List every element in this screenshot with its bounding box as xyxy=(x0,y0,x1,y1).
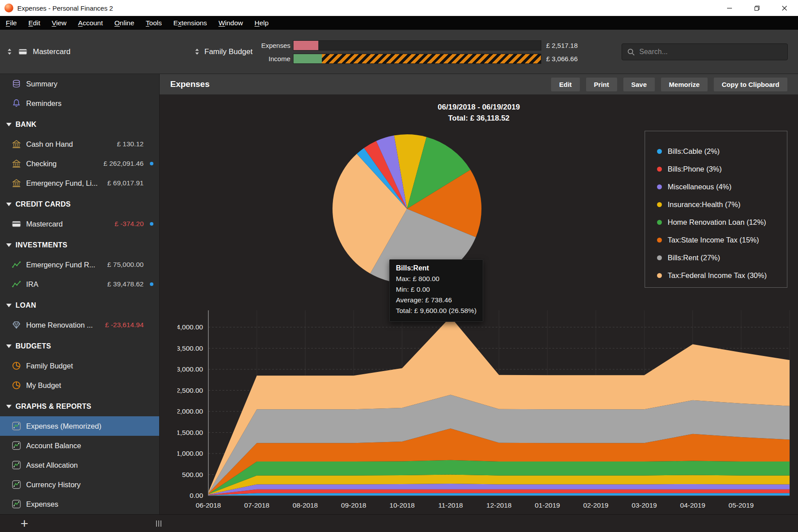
sidebar-item-account-balance[interactable]: Account Balance xyxy=(0,436,159,455)
sidebar-section-loan[interactable]: LOAN xyxy=(0,296,159,315)
report-icon xyxy=(12,499,21,509)
menu-window[interactable]: Window xyxy=(213,16,249,30)
legend-item-bills-phone: Bills:Phone (3%) xyxy=(657,160,787,178)
sidebar-section-graphs-reports[interactable]: GRAPHS & REPORTS xyxy=(0,397,159,416)
sidebar-item-currency-history[interactable]: Currency History xyxy=(0,475,159,494)
sidebar-item-asset-allocation[interactable]: Asset Allocation xyxy=(0,455,159,475)
sidebar-item-emergency-fund-r[interactable]: Emergency Fund R...£ 75,000.00 xyxy=(0,255,159,274)
search-input[interactable] xyxy=(639,48,782,56)
menu-extensions[interactable]: Extensions xyxy=(168,16,213,30)
pie-icon xyxy=(12,380,21,390)
window-title: Expenses - Personal Finances 2 xyxy=(17,4,113,12)
menu-view[interactable]: View xyxy=(46,16,72,30)
sidebar-item-ira[interactable]: IRA£ 39,478.62 xyxy=(0,274,159,294)
menu-edit[interactable]: Edit xyxy=(23,16,46,30)
edit-button[interactable]: Edit xyxy=(551,78,579,91)
account-selector[interactable]: Mastercard xyxy=(6,30,70,74)
x-axis-label: 10-2018 xyxy=(390,501,415,509)
x-axis-label: 08-2018 xyxy=(293,501,318,509)
minimize-button[interactable] xyxy=(716,0,743,16)
legend-color-dot xyxy=(657,202,662,207)
sidebar-item-label: Cash on Hand xyxy=(26,140,112,149)
status-dot xyxy=(149,282,155,286)
sidebar-item-checking[interactable]: Checking£ 262,091.46 xyxy=(0,154,159,173)
sidebar-item-emergency-fund-li[interactable]: Emergency Fund, Li...£ 69,017.91 xyxy=(0,173,159,193)
sidebar-item-label: Summary xyxy=(26,80,139,88)
menu-help[interactable]: Help xyxy=(249,16,274,30)
sidebar-section-budgets[interactable]: BUDGETS xyxy=(0,336,159,356)
sidebar-item-amount: £ 75,000.00 xyxy=(107,261,144,269)
x-axis-label: 12-2018 xyxy=(486,501,512,509)
chart-tooltip: Bills:Rent Max: £ 800.00 Min: £ 0.00 Ave… xyxy=(389,259,483,322)
bottom-bar: + xyxy=(0,514,798,532)
credit-card-icon xyxy=(17,47,29,56)
y-axis-label: 4,000.00 xyxy=(177,323,203,331)
sidebar-item-label: IRA xyxy=(26,280,102,289)
sidebar-item-summary[interactable]: Summary xyxy=(0,74,159,94)
sidebar-item-my-budget[interactable]: My Budget xyxy=(0,376,159,395)
income-remainder-hatch xyxy=(322,54,541,63)
income-progress-fill xyxy=(293,54,322,63)
y-axis-label: 1,500.00 xyxy=(177,429,203,436)
collapse-triangle-icon xyxy=(6,243,12,247)
income-amount: £ 3,066.66 xyxy=(541,55,578,63)
sidebar-section-investments[interactable]: INVESTMENTS xyxy=(0,235,159,255)
expenses-row: Expenses £ 2,517.18 xyxy=(255,40,578,51)
expenses-bar-label: Expenses xyxy=(255,42,290,49)
memorize-button[interactable]: Memorize xyxy=(661,78,708,91)
chart-line-icon xyxy=(12,260,21,270)
expenses-progress-fill xyxy=(293,41,318,50)
sidebar-item-label: Emergency Fund R... xyxy=(26,261,102,269)
search-box[interactable] xyxy=(622,43,788,60)
x-axis-label: 02-2019 xyxy=(583,501,609,509)
sidebar-item-label: Emergency Fund, Li... xyxy=(26,179,102,188)
report-icon xyxy=(12,421,21,431)
report-header: Expenses EditPrintSaveMemorizeCopy to Cl… xyxy=(160,74,798,94)
search-icon xyxy=(627,48,635,56)
sidebar-item-home-renovation[interactable]: Home Renovation ...£ -23,614.94 xyxy=(0,315,159,335)
sidebar-item-cash-on-hand[interactable]: Cash on Hand£ 130.12 xyxy=(0,134,159,154)
sidebar-item-amount: £ -23,614.94 xyxy=(105,321,144,329)
menu-tools[interactable]: Tools xyxy=(140,16,168,30)
save-button[interactable]: Save xyxy=(623,78,655,91)
x-axis-label: 06-2018 xyxy=(196,501,221,509)
copy-to-clipboard-button[interactable]: Copy to Clipboard xyxy=(714,78,787,91)
sidebar-item-label: My Budget xyxy=(26,381,139,390)
maximize-button[interactable] xyxy=(743,0,771,16)
sidebar-item-expenses[interactable]: Expenses xyxy=(0,494,159,514)
area-chart[interactable]: 0.00500.001,000.001,500.002,000.002,500.… xyxy=(177,300,798,513)
x-axis-label: 05-2019 xyxy=(728,501,754,509)
menu-account[interactable]: Account xyxy=(72,16,109,30)
sidebar-item-family-budget[interactable]: Family Budget xyxy=(0,356,159,376)
legend-item-bills-rent: Bills:Rent (27%) xyxy=(657,249,787,266)
add-account-button[interactable]: + xyxy=(15,515,34,532)
sidebar-item-mastercard[interactable]: Mastercard£ -374.20 xyxy=(0,214,159,234)
close-icon xyxy=(782,5,787,11)
tooltip-line-min: Min: £ 0.00 xyxy=(396,284,477,295)
y-axis-label: 500.00 xyxy=(182,471,203,478)
menu-online[interactable]: Online xyxy=(109,16,140,30)
legend-color-dot xyxy=(657,273,662,278)
sidebar-item-label: Asset Allocation xyxy=(26,461,139,469)
budget-selector[interactable]: Family Budget xyxy=(194,30,253,74)
sidebar-section-bank[interactable]: BANK xyxy=(0,115,159,134)
print-button[interactable]: Print xyxy=(586,78,617,91)
legend-label: Insurance:Health (7%) xyxy=(668,200,740,209)
sidebar-section-label: BANK xyxy=(16,121,36,129)
splitter-grip[interactable] xyxy=(156,520,161,527)
menu-file[interactable]: File xyxy=(0,16,23,30)
report-area: Expenses EditPrintSaveMemorizeCopy to Cl… xyxy=(160,74,798,514)
sidebar-item-expenses-memorized[interactable]: Expenses (Memorized) xyxy=(0,416,159,436)
x-axis-label: 03-2019 xyxy=(632,501,657,509)
app-icon xyxy=(4,4,13,12)
legend-color-dot xyxy=(657,238,662,243)
legend-item-insurance-health: Insurance:Health (7%) xyxy=(657,196,787,213)
legend-item-tax-federal-income-tax: Tax:Federal Income Tax (30%) xyxy=(657,266,787,284)
sidebar-item-amount: £ 69,017.91 xyxy=(107,179,144,187)
sidebar-item-label: Account Balance xyxy=(26,442,139,450)
minimize-icon xyxy=(727,5,732,11)
close-button[interactable] xyxy=(771,0,798,16)
budget-selector-label: Family Budget xyxy=(204,47,253,56)
sidebar-section-credit-cards[interactable]: CREDIT CARDS xyxy=(0,195,159,214)
sidebar-item-reminders[interactable]: Reminders xyxy=(0,94,159,113)
